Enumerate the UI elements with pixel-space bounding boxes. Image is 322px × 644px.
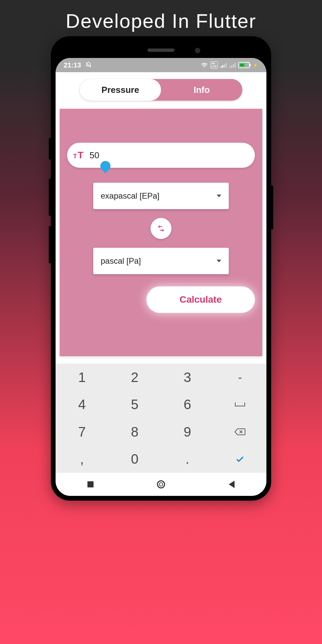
text-size-icon: TT [73, 150, 83, 160]
numeric-keypad: 1 2 3 - 4 5 6 7 8 9 , 0 . [56, 364, 266, 473]
key-2[interactable]: 2 [108, 364, 161, 391]
key-8[interactable]: 8 [108, 418, 161, 446]
key-3[interactable]: 3 [161, 364, 214, 391]
tab-info[interactable]: Info [161, 79, 242, 101]
status-bar: 21:13 VoLTE 60 ⚡ [56, 58, 266, 72]
speaker-slot [147, 48, 175, 52]
screen: 21:13 VoLTE 60 ⚡ Pressure Info [56, 58, 266, 496]
to-unit-select[interactable]: pascal [Pa] [93, 248, 229, 274]
key-comma[interactable]: , [56, 446, 108, 473]
android-nav-bar [56, 473, 266, 496]
power-button [271, 185, 273, 229]
to-unit-label: pascal [Pa] [101, 256, 141, 266]
front-camera [195, 48, 200, 53]
key-minus[interactable]: - [214, 364, 267, 391]
promo-headline: Developed In Flutter [66, 9, 256, 32]
key-backspace[interactable] [214, 418, 267, 446]
calculate-button[interactable]: Calculate [146, 286, 255, 313]
nav-recent-icon[interactable] [87, 481, 94, 487]
key-4[interactable]: 4 [56, 391, 108, 419]
volte-icon: VoLTE [210, 61, 218, 69]
key-space[interactable] [214, 391, 267, 419]
key-5[interactable]: 5 [108, 391, 161, 419]
key-0[interactable]: 0 [108, 446, 161, 473]
key-enter[interactable] [214, 446, 267, 473]
battery-icon: 60 [238, 62, 250, 68]
from-unit-select[interactable]: exapascal [EPa] [93, 183, 229, 209]
chevron-down-icon [217, 260, 221, 262]
side-button [49, 138, 51, 160]
nav-back-icon[interactable] [229, 481, 235, 488]
volume-down-button [49, 226, 51, 263]
notifications-off-icon [85, 62, 92, 68]
tabs-container: Pressure Info [56, 72, 266, 105]
from-unit-label: exapascal [EPa] [101, 191, 159, 201]
status-time: 21:13 [64, 61, 81, 69]
phone-frame: 21:13 VoLTE 60 ⚡ Pressure Info [51, 36, 271, 501]
charging-icon: ⚡ [253, 62, 258, 68]
nav-home-icon[interactable] [157, 480, 165, 488]
key-9[interactable]: 9 [161, 418, 214, 446]
swap-units-button[interactable] [150, 218, 172, 239]
tab-pressure[interactable]: Pressure [80, 79, 161, 101]
key-7[interactable]: 7 [56, 418, 108, 446]
chevron-down-icon [217, 195, 221, 197]
text-cursor-handle[interactable] [98, 159, 113, 173]
signal-1-icon [221, 62, 227, 68]
wifi-icon [201, 61, 208, 69]
value-input[interactable] [89, 150, 245, 161]
value-input-container: TT [67, 143, 255, 168]
signal-2-icon [229, 62, 236, 68]
volume-up-button [49, 179, 51, 216]
key-1[interactable]: 1 [56, 364, 108, 391]
key-period[interactable]: . [161, 446, 214, 473]
key-6[interactable]: 6 [161, 391, 214, 419]
converter-card: TT exapascal [EPa] pascal [Pa] Calculate [60, 109, 262, 356]
